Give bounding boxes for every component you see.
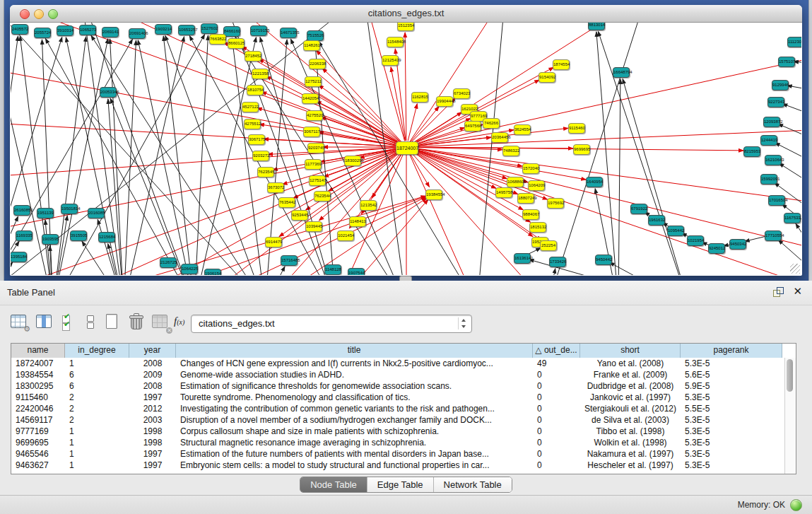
select-columns-icon[interactable]: ✔ ✔ [61, 313, 79, 331]
network-node[interactable]: 9253445 [291, 210, 308, 221]
network-node[interactable]: 12093872 [763, 117, 780, 127]
network-node[interactable]: 3624554 [514, 124, 531, 135]
network-node[interactable]: 11482613 [303, 40, 320, 51]
network-node[interactable]: 3915505 [70, 230, 87, 241]
network-node[interactable]: 1167533 [784, 213, 801, 223]
column-header-in_degree[interactable]: in_degree [65, 344, 129, 358]
network-node[interactable]: 2206338 [309, 59, 326, 69]
network-node[interactable]: 19904448 [436, 96, 453, 107]
network-node[interactable]: 20691406 [129, 28, 146, 39]
row-height-icon[interactable] [82, 313, 100, 331]
delete-table-icon[interactable] [127, 313, 146, 331]
network-node[interactable]: 26160850 [13, 205, 30, 216]
tab-node-table[interactable]: Node Table [300, 477, 367, 492]
network-node[interactable]: 16648794 [613, 67, 630, 78]
network-hub-node[interactable]: 18724007 [396, 141, 418, 155]
network-node[interactable]: 3067175 [248, 134, 265, 145]
network-node[interactable]: 1395184 [11, 252, 27, 262]
network-node[interactable]: 1903214 [155, 24, 172, 35]
network-node[interactable]: 9129946 [772, 80, 789, 90]
network-node[interactable]: 9115460 [568, 123, 585, 134]
network-node[interactable]: 18807249 [517, 193, 534, 204]
network-node[interactable]: 1021954 [687, 235, 704, 246]
network-node[interactable]: 4275512 [244, 119, 261, 129]
network-node[interactable]: 6734023 [453, 88, 470, 99]
network-node[interactable]: 7635442 [278, 197, 295, 208]
network-node[interactable]: 8660125 [228, 38, 245, 49]
network-node[interactable]: 1064209 [528, 180, 545, 191]
network-node[interactable]: 252254 [540, 240, 557, 251]
network-node[interactable]: 15992091 [760, 174, 777, 185]
network-node[interactable]: 16210643 [765, 155, 782, 165]
network-node[interactable]: 4275520 [306, 110, 323, 121]
table-row[interactable]: 911546021997Tourette syndrome. Phenomeno… [11, 392, 785, 403]
network-node[interactable]: 2069141 [102, 27, 119, 37]
column-header-pagerank[interactable]: pagerank [681, 344, 782, 358]
network-node[interactable]: 1903595 [42, 234, 59, 245]
network-node[interactable]: 6914479 [265, 237, 282, 247]
network-node[interactable]: 2016085 [88, 208, 105, 218]
network-node[interactable]: 1148413 [349, 216, 366, 227]
network-node[interactable]: 15751074 [778, 57, 795, 67]
network-node[interactable]: 1961632 [648, 215, 665, 226]
network-node[interactable]: 1244419 [760, 135, 777, 146]
network-node[interactable]: 1495758 [495, 187, 512, 198]
network-node[interactable]: 1221358 [252, 69, 269, 79]
network-node[interactable]: 20053346 [100, 87, 117, 98]
network-node[interactable]: 1906154 [204, 269, 221, 276]
close-panel-icon[interactable]: ✕ [793, 286, 802, 297]
network-node[interactable]: 3910314 [57, 25, 73, 36]
memory-status-green-icon[interactable] [790, 499, 802, 511]
network-node[interactable]: 1275147 [309, 175, 326, 186]
network-node[interactable]: 16136141 [514, 253, 531, 264]
resize-grip-icon[interactable] [790, 264, 800, 274]
table-row[interactable]: 1872400712008Changes of HCN gene express… [11, 358, 785, 369]
network-node[interactable]: 7663822 [209, 34, 226, 45]
network-node[interactable]: 2405572 [11, 24, 28, 35]
network-node[interactable]: 1815132 [529, 222, 546, 233]
network-node[interactable]: 3067117 [303, 127, 320, 137]
network-node[interactable]: 1275211 [305, 76, 322, 87]
column-header-year[interactable]: year [129, 344, 176, 358]
network-node[interactable]: 1065273 [79, 25, 96, 35]
network-node[interactable]: 10719155 [250, 25, 267, 36]
network-node[interactable]: 9699695 [573, 144, 590, 155]
network-node[interactable]: 1213542 [360, 200, 377, 211]
function-builder-icon[interactable]: f(x) [174, 315, 184, 327]
network-node[interactable]: 2126725 [160, 257, 177, 268]
float-panel-icon[interactable] [773, 287, 784, 297]
network-node[interactable]: 1442054 [302, 93, 319, 104]
tab-network-table[interactable]: Network Table [434, 477, 512, 492]
network-node[interactable]: 1021454 [337, 230, 354, 241]
scrollbar-thumb[interactable] [787, 359, 793, 392]
network-node[interactable]: 17710554 [765, 230, 782, 241]
network-node[interactable]: 1733426 [549, 257, 566, 267]
network-node[interactable]: 1527602 [201, 23, 218, 34]
network-node[interactable]: 18300295 [344, 156, 361, 166]
network-node[interactable]: 20364456 [491, 132, 508, 143]
network-node[interactable]: 9227343 [767, 97, 784, 107]
network-node[interactable]: 19384554 [425, 189, 442, 200]
network-node[interactable]: 1907544 [348, 268, 365, 276]
network-node[interactable]: 1810754 [247, 85, 264, 95]
network-node[interactable]: 12125439 [382, 55, 399, 66]
network-node[interactable]: 1112304 [787, 37, 801, 47]
table-row[interactable]: 946554611997Estimation of the future num… [11, 448, 785, 460]
network-node[interactable]: 17016504 [768, 195, 785, 206]
panel-grip-notch[interactable] [399, 276, 412, 281]
table-select-dropdown[interactable]: citations_edges.txt [191, 315, 472, 333]
network-node[interactable]: 8215953 [743, 146, 760, 157]
network-node[interactable]: 15716485 [281, 255, 298, 266]
network-node[interactable]: 9203745 [307, 143, 324, 153]
network-node[interactable]: 1951139 [37, 208, 54, 218]
table-row[interactable]: 946362711997Embryonic stem cells: a mode… [11, 460, 785, 471]
create-table-icon[interactable] [103, 313, 122, 331]
network-node[interactable]: 2055724 [34, 28, 51, 38]
network-node[interactable]: 9450442 [595, 255, 612, 265]
table-row[interactable]: 2242004622012Investigating the contribut… [11, 403, 785, 414]
network-node[interactable]: 14671355 [280, 28, 297, 38]
table-row[interactable]: 977716911998Corpus callosum shape and si… [11, 426, 785, 437]
network-node[interactable]: 3673072 [267, 182, 284, 193]
network-node[interactable]: 1572040 [522, 163, 539, 174]
network-node[interactable]: 1640954 [586, 177, 603, 187]
